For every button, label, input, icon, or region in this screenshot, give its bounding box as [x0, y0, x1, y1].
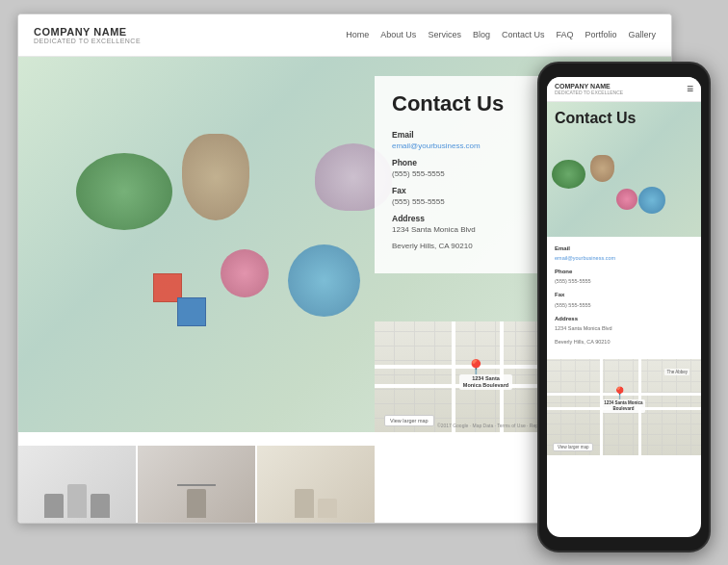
thumbnail-1[interactable] — [18, 446, 136, 523]
mobile-fax-value: (555) 555-5555 — [555, 301, 693, 310]
outer-wrapper: COMPANY NAME DEDICATED TO EXCELLENCE Hom… — [17, 13, 711, 552]
map-road-v1 — [452, 321, 455, 432]
thumb-furniture-3 — [257, 446, 375, 523]
mobile-contact-panel: Contact Us — [547, 110, 701, 133]
mobile-abbey-label: The Abbey — [664, 369, 689, 375]
mobile-brand: COMPANY NAME DEDICATED TO EXCELLENCE — [555, 83, 687, 95]
view-larger-map-button[interactable]: View larger map — [384, 415, 434, 426]
nav-blog[interactable]: Blog — [473, 30, 490, 39]
hamburger-icon[interactable]: ≡ — [687, 83, 693, 94]
brand: COMPANY NAME DEDICATED TO EXCELLENCE — [34, 26, 141, 44]
phone-screen: COMPANY NAME DEDICATED TO EXCELLENCE ≡ C… — [547, 77, 701, 537]
nav-gallery[interactable]: Gallery — [628, 30, 656, 39]
thumb-furniture-1 — [18, 446, 136, 523]
nav-services[interactable]: Services — [428, 30, 461, 39]
nav-about[interactable]: About Us — [380, 30, 416, 39]
mobile-brand-name: COMPANY NAME — [555, 83, 687, 90]
thumb-furniture-2 — [138, 446, 255, 523]
mobile-phone-label: Phone — [555, 268, 693, 277]
thumbnail-2[interactable] — [138, 446, 255, 523]
brand-name: COMPANY NAME — [34, 26, 141, 38]
mobile-phone: COMPANY NAME DEDICATED TO EXCELLENCE ≡ C… — [537, 62, 711, 552]
mobile-toy-2 — [590, 155, 614, 182]
mobile-phone-value: (555) 555-5555 — [555, 277, 693, 286]
mobile-address-line1: 1234 Santa Monica Blvd — [555, 324, 693, 333]
nav-portfolio[interactable]: Portfolio — [585, 30, 616, 39]
toy-blocks — [153, 273, 206, 326]
nav-contact[interactable]: Contact Us — [502, 30, 545, 39]
toy-green — [76, 153, 172, 230]
mobile-nav: COMPANY NAME DEDICATED TO EXCELLENCE ≡ — [547, 77, 701, 102]
chair-1 — [44, 494, 64, 518]
mobile-info: Email email@yourbusiness.com Phone (555)… — [547, 237, 701, 359]
nav-bar: COMPANY NAME DEDICATED TO EXCELLENCE Hom… — [18, 14, 671, 57]
nav-faq[interactable]: FAQ — [556, 30, 573, 39]
mobile-map-pin-label: 1234 Santa Monica Boulevard — [602, 399, 645, 413]
chair-2 — [67, 484, 87, 518]
nav-links: Home About Us Services Blog Contact Us F… — [346, 30, 656, 39]
mobile-toy-3 — [616, 189, 637, 210]
furniture-4 — [318, 499, 337, 518]
chair-3 — [91, 494, 110, 518]
mobile-map[interactable]: 📍 1234 Santa Monica Boulevard View large… — [547, 359, 701, 455]
thumbnail-row — [18, 446, 375, 523]
mobile-email-value[interactable]: email@yourbusiness.com — [555, 254, 693, 263]
mobile-address-label: Address — [555, 315, 693, 324]
pen-shape — [187, 489, 206, 518]
mobile-brand-tagline: DEDICATED TO EXCELLENCE — [555, 90, 687, 95]
mobile-hero: Contact Us — [547, 102, 701, 237]
toy-bear — [182, 134, 249, 220]
thumbnail-3[interactable] — [257, 446, 375, 523]
furniture-3 — [295, 489, 314, 518]
toy-blue-yarn — [288, 244, 360, 317]
mobile-fax-label: Fax — [555, 291, 693, 300]
mobile-view-larger-map-button[interactable]: View larger map — [553, 443, 593, 451]
toy-pink-ball — [221, 249, 269, 297]
mobile-contact-heading: Contact Us — [555, 110, 693, 127]
brand-tagline: DEDICATED TO EXCELLENCE — [34, 38, 141, 44]
nav-home[interactable]: Home — [346, 30, 369, 39]
map-pin-label: 1234 Santa Monica Boulevard — [459, 374, 512, 390]
mobile-toy-1 — [552, 160, 585, 189]
mobile-toy-4 — [638, 187, 665, 214]
mobile-email-label: Email — [555, 244, 693, 254]
mobile-address-line2: Beverly Hills, CA 90210 — [555, 338, 693, 347]
